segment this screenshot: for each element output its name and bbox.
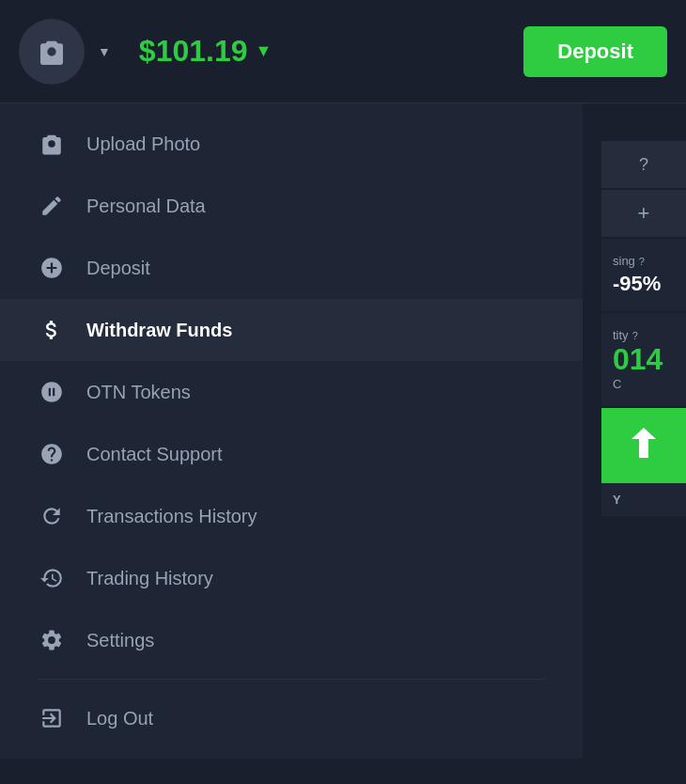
balance-chevron-icon: ▼ bbox=[256, 41, 273, 61]
menu-item-log-out[interactable]: Log Out bbox=[0, 687, 583, 749]
rp-currency: C bbox=[613, 377, 675, 391]
transactions-history-label: Transactions History bbox=[86, 506, 257, 527]
menu-divider bbox=[38, 679, 545, 680]
menu-item-otn-tokens[interactable]: OTN Tokens bbox=[0, 361, 583, 423]
dollar-menu-icon bbox=[38, 316, 66, 344]
balance-value: $101.19 bbox=[139, 34, 248, 69]
plus-circle-menu-icon bbox=[38, 254, 66, 282]
refresh-menu-icon bbox=[38, 502, 66, 530]
log-out-label: Log Out bbox=[86, 708, 153, 729]
deposit-menu-label: Deposit bbox=[86, 258, 150, 279]
menu-item-withdraw-funds[interactable]: Withdraw Funds bbox=[0, 299, 583, 361]
dropdown-menu: Upload Photo Personal Data Deposit Withd… bbox=[0, 103, 583, 759]
upload-photo-label: Upload Photo bbox=[86, 133, 200, 155]
logout-menu-icon bbox=[38, 704, 66, 732]
rp-green-button[interactable] bbox=[601, 408, 686, 483]
rp-closing-value: -95% bbox=[613, 272, 675, 296]
avatar-chevron-icon[interactable]: ▼ bbox=[98, 44, 111, 59]
header: ▼ $101.19 ▼ Deposit bbox=[0, 0, 686, 103]
rp-qty-label: tity ? bbox=[613, 328, 675, 342]
camera-icon bbox=[37, 37, 67, 67]
edit-menu-icon bbox=[38, 192, 66, 220]
rp-closing-section: sing ? -95% bbox=[601, 239, 686, 311]
menu-item-settings[interactable]: Settings bbox=[0, 609, 583, 671]
rp-arrow-icon bbox=[630, 426, 658, 466]
gear-menu-icon bbox=[38, 626, 66, 654]
rp-qty-value: 014 bbox=[613, 342, 675, 377]
rp-question-icon[interactable]: ? bbox=[601, 141, 686, 188]
trading-history-label: Trading History bbox=[86, 568, 213, 589]
menu-item-personal-data[interactable]: Personal Data bbox=[0, 175, 583, 237]
personal-data-label: Personal Data bbox=[86, 196, 206, 217]
rp-plus-button[interactable]: + bbox=[601, 190, 686, 237]
otn-tokens-label: OTN Tokens bbox=[86, 382, 191, 403]
balance-display[interactable]: $101.19 ▼ bbox=[139, 34, 273, 69]
menu-item-contact-support[interactable]: Contact Support bbox=[0, 423, 583, 485]
otn-menu-icon bbox=[38, 378, 66, 406]
menu-item-deposit[interactable]: Deposit bbox=[0, 237, 583, 299]
settings-label: Settings bbox=[86, 630, 154, 651]
menu-item-upload-photo[interactable]: Upload Photo bbox=[0, 113, 583, 175]
rp-closing-label: sing ? bbox=[613, 254, 675, 268]
rp-qty-section: tity ? 014 C bbox=[601, 313, 686, 406]
question-circle-menu-icon bbox=[38, 440, 66, 468]
rp-label-y: Y bbox=[601, 483, 686, 516]
camera-menu-icon bbox=[38, 130, 66, 158]
contact-support-label: Contact Support bbox=[86, 444, 223, 465]
deposit-button[interactable]: Deposit bbox=[523, 26, 667, 77]
avatar-button[interactable] bbox=[19, 19, 85, 85]
history-menu-icon bbox=[38, 564, 66, 592]
right-panel: ? + sing ? -95% tity ? 014 C Y bbox=[601, 141, 686, 516]
menu-item-trading-history[interactable]: Trading History bbox=[0, 547, 583, 609]
withdraw-funds-label: Withdraw Funds bbox=[86, 320, 232, 341]
menu-item-transactions-history[interactable]: Transactions History bbox=[0, 485, 583, 547]
